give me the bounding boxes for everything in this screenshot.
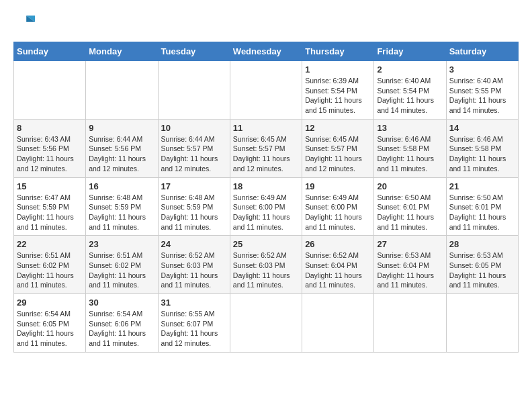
day-cell [230, 294, 302, 353]
header-saturday: Saturday [446, 42, 518, 61]
header-row: SundayMondayTuesdayWednesdayThursdayFrid… [14, 42, 519, 61]
day-info: Sunrise: 6:47 AMSunset: 5:59 PMDaylight:… [17, 193, 83, 232]
day-info: Sunrise: 6:55 AMSunset: 6:07 PMDaylight:… [161, 309, 227, 349]
day-number: 14 [449, 123, 515, 133]
day-number: 18 [233, 181, 299, 191]
day-cell: 25Sunrise: 6:52 AMSunset: 6:03 PMDayligh… [230, 236, 302, 294]
day-cell: 13Sunrise: 6:46 AMSunset: 5:58 PMDayligh… [374, 119, 446, 177]
week-row-5: 29Sunrise: 6:54 AMSunset: 6:05 PMDayligh… [14, 294, 519, 353]
day-info: Sunrise: 6:39 AMSunset: 5:54 PMDaylight:… [305, 76, 371, 116]
day-info: Sunrise: 6:40 AMSunset: 5:55 PMDaylight:… [449, 76, 515, 116]
day-number: 28 [449, 239, 515, 249]
day-cell: 27Sunrise: 6:53 AMSunset: 6:04 PMDayligh… [374, 236, 446, 294]
day-info: Sunrise: 6:54 AMSunset: 6:05 PMDaylight:… [17, 309, 83, 349]
day-number: 24 [161, 239, 227, 249]
day-cell: 18Sunrise: 6:49 AMSunset: 6:00 PMDayligh… [230, 177, 302, 236]
day-cell: 2Sunrise: 6:40 AMSunset: 5:54 PMDaylight… [374, 61, 446, 120]
day-number: 1 [305, 64, 371, 75]
day-info: Sunrise: 6:54 AMSunset: 6:06 PMDaylight:… [89, 309, 154, 349]
header-thursday: Thursday [302, 42, 374, 61]
day-info: Sunrise: 6:43 AMSunset: 5:56 PMDaylight:… [17, 134, 83, 174]
day-number: 19 [305, 181, 371, 191]
header-sunday: Sunday [14, 42, 86, 61]
day-number: 30 [89, 298, 154, 308]
calendar-table: SundayMondayTuesdayWednesdayThursdayFrid… [13, 42, 519, 353]
day-number: 23 [89, 239, 154, 249]
day-number: 27 [377, 239, 443, 249]
day-cell: 12Sunrise: 6:45 AMSunset: 5:57 PMDayligh… [302, 119, 374, 177]
day-number: 11 [233, 123, 299, 133]
day-cell: 26Sunrise: 6:52 AMSunset: 6:04 PMDayligh… [302, 236, 374, 294]
day-cell: 15Sunrise: 6:47 AMSunset: 5:59 PMDayligh… [14, 177, 86, 236]
day-cell: 20Sunrise: 6:50 AMSunset: 6:01 PMDayligh… [374, 177, 446, 236]
day-cell: 8Sunrise: 6:43 AMSunset: 5:56 PMDaylight… [14, 119, 86, 177]
day-info: Sunrise: 6:49 AMSunset: 6:00 PMDaylight:… [233, 193, 299, 232]
day-cell: 28Sunrise: 6:53 AMSunset: 6:05 PMDayligh… [446, 236, 518, 294]
day-cell: 29Sunrise: 6:54 AMSunset: 6:05 PMDayligh… [14, 294, 86, 353]
week-row-1: 1Sunrise: 6:39 AMSunset: 5:54 PMDaylight… [14, 61, 519, 120]
day-number: 13 [377, 123, 443, 133]
day-info: Sunrise: 6:46 AMSunset: 5:58 PMDaylight:… [377, 134, 443, 174]
day-number: 16 [89, 181, 154, 191]
week-row-4: 22Sunrise: 6:51 AMSunset: 6:02 PMDayligh… [14, 236, 519, 294]
day-number: 21 [449, 181, 515, 191]
day-cell: 19Sunrise: 6:49 AMSunset: 6:00 PMDayligh… [302, 177, 374, 236]
day-info: Sunrise: 6:53 AMSunset: 6:05 PMDaylight:… [449, 250, 515, 290]
day-number: 15 [17, 181, 83, 191]
day-cell: 23Sunrise: 6:51 AMSunset: 6:02 PMDayligh… [86, 236, 158, 294]
week-row-3: 15Sunrise: 6:47 AMSunset: 5:59 PMDayligh… [14, 177, 519, 236]
day-info: Sunrise: 6:44 AMSunset: 5:57 PMDaylight:… [161, 134, 227, 174]
page-header [13, 13, 519, 35]
day-cell: 10Sunrise: 6:44 AMSunset: 5:57 PMDayligh… [158, 119, 230, 177]
day-info: Sunrise: 6:50 AMSunset: 6:01 PMDaylight:… [449, 193, 515, 232]
day-info: Sunrise: 6:44 AMSunset: 5:56 PMDaylight:… [89, 134, 154, 174]
day-cell [158, 61, 230, 120]
header-friday: Friday [374, 42, 446, 61]
day-cell: 1Sunrise: 6:39 AMSunset: 5:54 PMDaylight… [302, 61, 374, 120]
day-info: Sunrise: 6:50 AMSunset: 6:01 PMDaylight:… [377, 193, 443, 232]
day-number: 9 [89, 123, 154, 133]
day-number: 29 [17, 298, 83, 308]
header-tuesday: Tuesday [158, 42, 230, 61]
day-number: 20 [377, 181, 443, 191]
day-info: Sunrise: 6:48 AMSunset: 5:59 PMDaylight:… [89, 193, 154, 232]
day-number: 25 [233, 239, 299, 249]
day-cell: 14Sunrise: 6:46 AMSunset: 5:58 PMDayligh… [446, 119, 518, 177]
day-number: 22 [17, 239, 83, 249]
day-cell: 30Sunrise: 6:54 AMSunset: 6:06 PMDayligh… [86, 294, 158, 353]
day-info: Sunrise: 6:52 AMSunset: 6:04 PMDaylight:… [305, 250, 371, 290]
day-info: Sunrise: 6:45 AMSunset: 5:57 PMDaylight:… [305, 134, 371, 174]
header-monday: Monday [86, 42, 158, 61]
day-info: Sunrise: 6:45 AMSunset: 5:57 PMDaylight:… [233, 134, 299, 174]
day-info: Sunrise: 6:52 AMSunset: 6:03 PMDaylight:… [233, 250, 299, 290]
day-cell [14, 61, 86, 120]
day-info: Sunrise: 6:51 AMSunset: 6:02 PMDaylight:… [89, 250, 154, 290]
day-info: Sunrise: 6:48 AMSunset: 5:59 PMDaylight:… [161, 193, 227, 232]
day-number: 8 [17, 123, 83, 133]
day-info: Sunrise: 6:49 AMSunset: 6:00 PMDaylight:… [305, 193, 371, 232]
day-cell: 9Sunrise: 6:44 AMSunset: 5:56 PMDaylight… [86, 119, 158, 177]
day-cell: 17Sunrise: 6:48 AMSunset: 5:59 PMDayligh… [158, 177, 230, 236]
day-cell [446, 294, 518, 353]
logo [13, 13, 38, 35]
day-cell [374, 294, 446, 353]
day-cell: 11Sunrise: 6:45 AMSunset: 5:57 PMDayligh… [230, 119, 302, 177]
day-number: 12 [305, 123, 371, 133]
logo-icon [13, 13, 35, 35]
week-row-2: 8Sunrise: 6:43 AMSunset: 5:56 PMDaylight… [14, 119, 519, 177]
day-number: 10 [161, 123, 227, 133]
day-info: Sunrise: 6:53 AMSunset: 6:04 PMDaylight:… [377, 250, 443, 290]
day-info: Sunrise: 6:40 AMSunset: 5:54 PMDaylight:… [377, 76, 443, 116]
day-info: Sunrise: 6:52 AMSunset: 6:03 PMDaylight:… [161, 250, 227, 290]
day-number: 17 [161, 181, 227, 191]
day-number: 3 [449, 64, 515, 75]
header-wednesday: Wednesday [230, 42, 302, 61]
day-cell [86, 61, 158, 120]
day-cell: 21Sunrise: 6:50 AMSunset: 6:01 PMDayligh… [446, 177, 518, 236]
day-cell: 24Sunrise: 6:52 AMSunset: 6:03 PMDayligh… [158, 236, 230, 294]
day-cell: 31Sunrise: 6:55 AMSunset: 6:07 PMDayligh… [158, 294, 230, 353]
day-cell: 22Sunrise: 6:51 AMSunset: 6:02 PMDayligh… [14, 236, 86, 294]
day-cell: 3Sunrise: 6:40 AMSunset: 5:55 PMDaylight… [446, 61, 518, 120]
day-cell: 16Sunrise: 6:48 AMSunset: 5:59 PMDayligh… [86, 177, 158, 236]
day-number: 31 [161, 298, 227, 308]
